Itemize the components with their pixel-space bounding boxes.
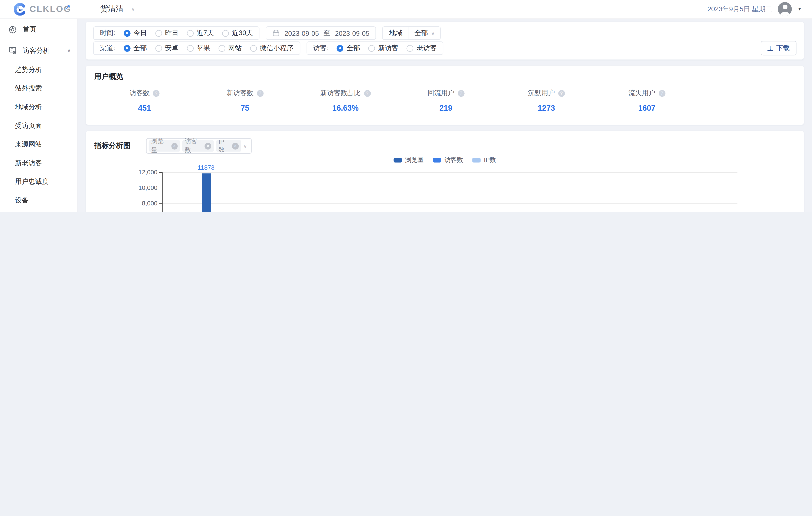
close-icon[interactable]: × bbox=[205, 143, 211, 149]
y-axis-tick bbox=[159, 188, 162, 188]
y-axis-tick-label: 8,000 bbox=[94, 200, 157, 207]
channel-option-all[interactable]: 全部 bbox=[123, 43, 147, 53]
close-icon[interactable]: × bbox=[171, 143, 178, 149]
sidebar-item-external-search[interactable]: 站外搜索 bbox=[0, 79, 77, 98]
time-option-today[interactable]: 今日 bbox=[123, 29, 147, 38]
chevron-up-icon[interactable]: ∧ bbox=[67, 48, 71, 54]
close-icon[interactable]: × bbox=[232, 143, 238, 149]
y-axis-tick bbox=[159, 173, 162, 173]
y-axis-tick bbox=[159, 203, 162, 204]
channel-option-website[interactable]: 网站 bbox=[218, 43, 241, 53]
visitor-option-returning[interactable]: 老访客 bbox=[407, 43, 437, 53]
user-overview-card: 用户概览 访客数? 451 新访客数? 75 新访客数占比? 16.63% 回流… bbox=[86, 66, 804, 125]
sidebar-item-home[interactable]: 首页 bbox=[0, 19, 77, 40]
sidebar-item-user-loyalty[interactable]: 用户忠诚度 bbox=[0, 173, 77, 191]
sidebar-item-visited-pages[interactable]: 受访页面 bbox=[0, 116, 77, 135]
help-icon[interactable]: ? bbox=[558, 90, 565, 97]
caret-down-icon[interactable]: ▼ bbox=[798, 7, 802, 11]
radio-icon bbox=[222, 30, 229, 37]
channel-option-miniprogram[interactable]: 微信小程序 bbox=[250, 43, 293, 53]
help-icon[interactable]: ? bbox=[458, 90, 464, 97]
radio-selected-icon bbox=[337, 45, 344, 52]
region-filter-group: 地域 全部∨ bbox=[382, 26, 440, 40]
stat-new-visitors: 新访客数? 75 bbox=[195, 88, 295, 112]
metric-multiselect[interactable]: 浏览量× 访客数× IP数× ∨ bbox=[146, 138, 252, 154]
sidebar-item-trend-analysis[interactable]: 趋势分析 bbox=[0, 60, 77, 79]
help-icon[interactable]: ? bbox=[364, 90, 371, 97]
avatar-person-body-icon bbox=[780, 12, 790, 16]
visitor-filter-group: 访客: 全部 新访客 老访客 bbox=[306, 41, 443, 55]
radio-selected-icon bbox=[123, 30, 130, 37]
app-logo: CLKLOG↗ bbox=[13, 3, 71, 15]
time-filter-group: 时间: 今日 昨日 近7天 近30天 bbox=[93, 26, 260, 40]
stat-churned-users: 流失用户? 1607 bbox=[597, 88, 697, 112]
metric-tag-pageviews: 浏览量× bbox=[149, 140, 180, 152]
metric-chart-card: 指标分析图 浏览量× 访客数× IP数× ∨ 浏览量 访客数 IP数 bbox=[86, 131, 804, 212]
project-name: 货清清 bbox=[100, 4, 123, 14]
help-icon[interactable]: ? bbox=[257, 90, 263, 97]
date-range-picker[interactable]: 2023-09-05 至 2023-09-05 bbox=[266, 26, 376, 40]
end-date[interactable]: 2023-09-05 bbox=[335, 29, 370, 37]
sidebar-item-referrer-sites[interactable]: 来源网站 bbox=[0, 135, 77, 154]
visitor-option-new[interactable]: 新访客 bbox=[368, 43, 398, 53]
help-icon[interactable]: ? bbox=[659, 90, 665, 97]
overview-title: 用户概览 bbox=[94, 72, 795, 81]
clklog-logo-icon bbox=[13, 3, 26, 15]
avatar-person-icon bbox=[783, 5, 787, 9]
app-root: CLKLOG↗ 货清清 ∨ 2023年9月5日 星期二 ▼ 首页 bbox=[0, 0, 812, 212]
visitor-filter-label: 访客: bbox=[313, 43, 328, 53]
brand-text: CLKLOG↗ bbox=[30, 4, 71, 14]
time-option-7days[interactable]: 近7天 bbox=[187, 29, 214, 38]
stat-value: 16.63% bbox=[295, 103, 396, 112]
chevron-down-icon: ∨ bbox=[243, 143, 247, 149]
start-date[interactable]: 2023-09-05 bbox=[285, 29, 319, 37]
brand-arrow-icon: ↗ bbox=[65, 3, 71, 11]
user-avatar[interactable] bbox=[778, 2, 792, 16]
time-option-yesterday[interactable]: 昨日 bbox=[155, 29, 178, 38]
visitor-option-all[interactable]: 全部 bbox=[337, 43, 360, 53]
radio-icon bbox=[187, 45, 194, 52]
bar-chart: 12,000 10,000 8,000 6,000 4,000 2,000 0 … bbox=[94, 167, 795, 212]
project-selector[interactable]: 货清清 ∨ bbox=[100, 4, 135, 14]
radio-icon bbox=[407, 45, 413, 52]
gridline bbox=[162, 203, 737, 204]
radio-icon bbox=[155, 30, 162, 37]
metric-tag-visitors: 访客数× bbox=[182, 140, 214, 152]
sidebar-item-new-old-visitors[interactable]: 新老访客 bbox=[0, 154, 77, 173]
bar-value-pageviews: 11873 bbox=[188, 164, 224, 171]
home-globe-icon bbox=[8, 25, 17, 34]
stat-returning-users: 回流用户? 219 bbox=[396, 88, 496, 112]
legend-item-ip[interactable]: IP数 bbox=[472, 156, 496, 164]
current-date: 2023年9月5日 星期二 bbox=[707, 4, 772, 14]
region-filter-label: 地域 bbox=[383, 27, 409, 39]
stat-value: 75 bbox=[195, 103, 295, 112]
channel-option-android[interactable]: 安卓 bbox=[155, 43, 178, 53]
sidebar-group-label: 访客分析 bbox=[23, 46, 50, 55]
channel-filter-group: 渠道: 全部 安卓 苹果 网站 微信小程序 bbox=[93, 41, 300, 55]
time-option-30days[interactable]: 近30天 bbox=[222, 29, 253, 38]
bar-pageviews[interactable] bbox=[202, 173, 211, 212]
sidebar-item-devices[interactable]: 设备 bbox=[0, 191, 77, 210]
legend-item-pageviews[interactable]: 浏览量 bbox=[394, 156, 424, 164]
header-right: 2023年9月5日 星期二 ▼ bbox=[707, 2, 802, 16]
help-icon[interactable]: ? bbox=[153, 90, 160, 97]
channel-option-ios[interactable]: 苹果 bbox=[187, 43, 210, 53]
y-axis-tick-label: 10,000 bbox=[94, 184, 157, 191]
chevron-down-icon: ∨ bbox=[431, 30, 435, 36]
sidebar-item-region-analysis[interactable]: 地域分析 bbox=[0, 98, 77, 116]
overview-stats: 访客数? 451 新访客数? 75 新访客数占比? 16.63% 回流用户? 2… bbox=[94, 88, 697, 112]
main-content: 时间: 今日 昨日 近7天 近30天 2023-09-05 至 2023-09-… bbox=[78, 19, 812, 212]
radio-icon bbox=[155, 45, 162, 52]
sidebar-item-label: 首页 bbox=[23, 25, 36, 34]
sidebar: 首页 访客分析 ∧ 趋势分析 站外搜索 地域分析 受访页面 来源网站 新老访客 … bbox=[0, 19, 78, 212]
legend-swatch bbox=[433, 158, 441, 163]
region-select[interactable]: 全部∨ bbox=[409, 29, 440, 38]
chart-title: 指标分析图 bbox=[94, 141, 130, 151]
download-button[interactable]: ↓ 下载 bbox=[761, 41, 796, 55]
visitor-analysis-icon bbox=[8, 46, 17, 55]
sidebar-group-visitor-analysis[interactable]: 访客分析 ∧ bbox=[0, 40, 77, 61]
legend-swatch bbox=[472, 158, 481, 163]
legend-item-visitors[interactable]: 访客数 bbox=[433, 156, 463, 164]
y-axis-line bbox=[162, 173, 163, 212]
sidebar-item-channels[interactable]: 渠道 bbox=[0, 210, 77, 212]
